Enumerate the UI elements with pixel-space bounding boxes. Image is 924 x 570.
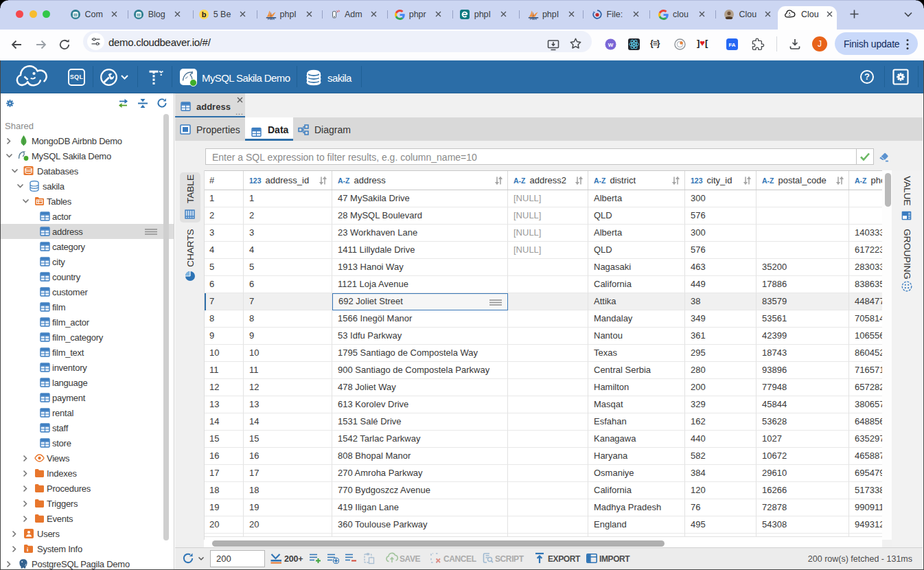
svg-text:PMA: PMA [530,17,537,20]
svg-text:W: W [608,42,614,48]
svg-text:FA: FA [728,42,735,48]
svg-text:PMA: PMA [268,17,275,20]
svg-text:b: b [201,10,206,19]
